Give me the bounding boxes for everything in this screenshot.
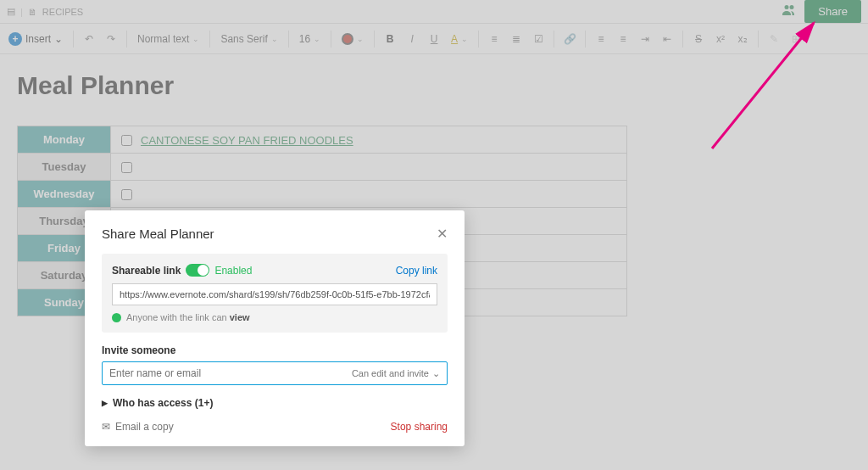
shareable-link-label: Shareable link: [112, 265, 181, 277]
invite-input[interactable]: [109, 367, 352, 379]
envelope-icon: ✉: [102, 421, 110, 433]
enabled-label: Enabled: [214, 265, 252, 277]
close-button[interactable]: ✕: [437, 226, 448, 242]
visibility-icon: [112, 313, 121, 322]
link-toggle[interactable]: [186, 264, 209, 277]
visibility-note: Anyone with the link can view: [112, 312, 437, 322]
modal-title: Share Meal Planner: [102, 227, 214, 241]
stop-sharing-button[interactable]: Stop sharing: [391, 421, 448, 433]
invite-label: Invite someone: [102, 344, 448, 356]
who-has-access-toggle[interactable]: ▶ Who has access (1+): [102, 397, 448, 409]
share-modal: Share Meal Planner ✕ Shareable link Enab…: [85, 210, 465, 446]
invite-field[interactable]: Can edit and invite ⌄: [102, 361, 448, 385]
triangle-right-icon: ▶: [102, 399, 108, 407]
invite-permission-select[interactable]: Can edit and invite ⌄: [352, 368, 440, 379]
share-url-field[interactable]: [112, 283, 437, 305]
chevron-down-icon: ⌄: [432, 368, 440, 379]
copy-link-button[interactable]: Copy link: [396, 265, 437, 277]
shareable-link-section: Shareable link Enabled Copy link Anyone …: [102, 254, 448, 333]
email-copy-button[interactable]: ✉ Email a copy: [102, 421, 174, 433]
